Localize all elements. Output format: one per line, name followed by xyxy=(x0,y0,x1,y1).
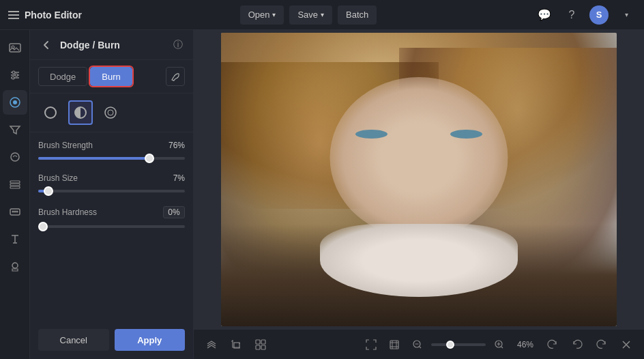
tab-dodge[interactable]: Dodge xyxy=(38,67,87,86)
brush-hardness-value: 0% xyxy=(163,206,185,218)
bottom-right xyxy=(543,335,636,354)
brush-strength-track[interactable] xyxy=(38,157,185,160)
sidebar-item-layers[interactable] xyxy=(3,172,27,197)
brush-strength-value: 76% xyxy=(163,141,185,150)
tool-tabs: Dodge Burn xyxy=(30,60,193,94)
grid-bottom-icon[interactable] xyxy=(251,335,270,354)
panel-actions: Cancel Apply xyxy=(30,321,193,359)
svg-point-17 xyxy=(108,110,113,115)
brush-strength-row: Brush Strength 76% xyxy=(38,141,185,162)
canvas-content[interactable] xyxy=(194,30,644,329)
svg-point-3 xyxy=(15,74,18,76)
brush-size-label: Brush Size xyxy=(38,173,78,183)
brush-strength-label: Brush Strength xyxy=(38,141,93,150)
svg-point-7 xyxy=(11,153,19,161)
topbar: Photo Editor Open ▾ Save ▾ Batch 💬 ? S ▾ xyxy=(0,0,644,30)
panel-title: Dodge / Burn xyxy=(60,40,166,51)
close-icon[interactable] xyxy=(617,335,636,354)
sidebar xyxy=(0,30,30,359)
crop-fit-icon[interactable] xyxy=(385,335,404,354)
brush-hardness-label: Brush Hardness xyxy=(38,207,97,217)
tab-burn[interactable]: Burn xyxy=(90,67,132,86)
zoom-slider-track[interactable] xyxy=(431,343,486,346)
brush-size-track[interactable] xyxy=(38,190,185,192)
open-button[interactable]: Open ▾ xyxy=(240,5,284,25)
svg-point-6 xyxy=(13,100,17,104)
svg-rect-9 xyxy=(10,184,20,186)
photo-placeholder xyxy=(221,33,617,326)
save-button[interactable]: Save ▾ xyxy=(289,5,332,25)
info-icon[interactable]: ⓘ xyxy=(171,38,185,52)
topbar-left: Photo Editor xyxy=(8,10,82,20)
app-title: Photo Editor xyxy=(25,10,82,20)
photo-container xyxy=(221,33,617,326)
svg-point-2 xyxy=(12,71,15,74)
zoom-out-icon[interactable] xyxy=(408,335,427,354)
sidebar-item-tools[interactable] xyxy=(3,90,27,115)
topbar-center: Open ▾ Save ▾ Batch xyxy=(82,5,535,25)
brush-options xyxy=(30,94,193,132)
svg-point-14 xyxy=(16,211,18,213)
brush-size-value: 7% xyxy=(163,173,185,183)
canvas-area: 46% xyxy=(194,30,644,359)
account-chevron-icon[interactable]: ▾ xyxy=(617,5,636,25)
svg-rect-8 xyxy=(10,181,20,183)
apply-button[interactable]: Apply xyxy=(115,329,186,351)
svg-rect-19 xyxy=(256,340,260,344)
topbar-right: 💬 ? S ▾ xyxy=(535,5,636,25)
menu-icon[interactable] xyxy=(8,11,19,19)
sidebar-item-stamp[interactable] xyxy=(3,254,27,278)
crop-bottom-icon[interactable] xyxy=(226,335,246,354)
panel: Dodge / Burn ⓘ Dodge Burn xyxy=(30,30,194,359)
svg-rect-21 xyxy=(256,345,260,349)
svg-rect-22 xyxy=(261,345,265,349)
svg-point-4 xyxy=(12,76,14,79)
brush-size-row: Brush Size 7% xyxy=(38,173,185,195)
brush-option-circle-empty[interactable] xyxy=(38,100,63,125)
svg-rect-23 xyxy=(390,341,398,349)
svg-rect-10 xyxy=(10,186,20,188)
sidebar-item-effects[interactable] xyxy=(3,199,27,224)
brush-hardness-track[interactable] xyxy=(38,225,185,228)
sliders-section: Brush Strength 76% Brush Size 7% xyxy=(30,132,193,239)
sidebar-item-text[interactable] xyxy=(3,227,27,251)
fit-screen-icon[interactable] xyxy=(362,335,381,354)
main: Dodge / Burn ⓘ Dodge Burn xyxy=(0,30,644,359)
layers-bottom-icon[interactable] xyxy=(202,335,221,354)
svg-point-15 xyxy=(12,263,18,268)
brush-hardness-row: Brush Hardness 0% xyxy=(38,206,185,231)
sidebar-item-photos[interactable] xyxy=(3,35,27,60)
brush-type-icon[interactable] xyxy=(166,67,185,86)
bottom-left xyxy=(202,335,270,354)
redo-icon[interactable] xyxy=(592,335,611,354)
help-icon[interactable]: ? xyxy=(562,5,581,25)
zoom-controls: 46% xyxy=(362,335,538,354)
brush-option-circle-half[interactable] xyxy=(68,100,93,125)
panel-header: Dodge / Burn ⓘ xyxy=(30,30,193,60)
back-button[interactable] xyxy=(38,37,55,53)
save-chevron-icon: ▾ xyxy=(321,11,324,18)
chat-icon[interactable]: 💬 xyxy=(535,5,554,25)
open-chevron-icon: ▾ xyxy=(272,11,276,18)
zoom-value: 46% xyxy=(513,340,538,349)
cancel-button[interactable]: Cancel xyxy=(38,329,109,351)
zoom-in-icon[interactable] xyxy=(490,335,509,354)
sidebar-item-adjustments[interactable] xyxy=(3,63,27,87)
svg-point-13 xyxy=(14,211,16,213)
bottombar: 46% xyxy=(194,329,644,359)
undo-icon[interactable] xyxy=(568,335,587,354)
avatar[interactable]: S xyxy=(589,5,609,25)
svg-point-12 xyxy=(12,211,14,213)
svg-point-16 xyxy=(105,107,116,118)
batch-button[interactable]: Batch xyxy=(338,5,377,25)
svg-rect-20 xyxy=(261,340,265,344)
sidebar-item-retouch[interactable] xyxy=(3,145,27,169)
brush-option-circle-outline[interactable] xyxy=(98,100,123,125)
sidebar-item-filter[interactable] xyxy=(3,117,27,142)
rotate-cw-icon[interactable] xyxy=(543,335,562,354)
